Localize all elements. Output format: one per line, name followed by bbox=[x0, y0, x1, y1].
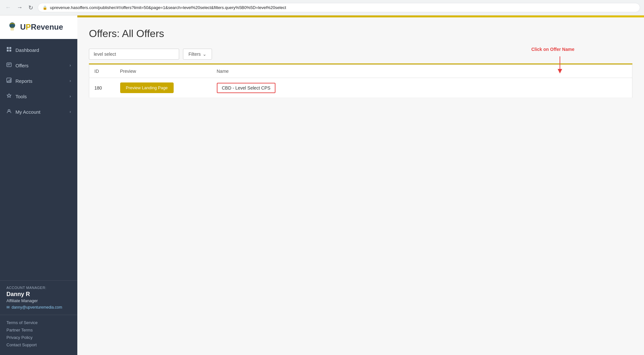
account-section: Account Manager: Danny R Affiliate Manag… bbox=[0, 280, 77, 315]
filters-button[interactable]: Filters ⌄ bbox=[183, 49, 212, 60]
col-header-preview: Preview bbox=[115, 65, 212, 78]
account-manager-label: Account Manager: bbox=[6, 286, 71, 290]
tools-icon bbox=[6, 93, 12, 100]
account-name: Danny R bbox=[6, 291, 71, 298]
svg-rect-8 bbox=[7, 65, 10, 65]
svg-rect-4 bbox=[7, 50, 9, 52]
offer-preview-cell: Preview Landing Page bbox=[115, 78, 212, 98]
logo-icon bbox=[6, 21, 18, 33]
search-input[interactable] bbox=[89, 49, 179, 60]
preview-landing-page-button[interactable]: Preview Landing Page bbox=[120, 82, 174, 93]
tos-link[interactable]: Terms of Service bbox=[6, 320, 71, 325]
filters-label: Filters bbox=[188, 52, 201, 57]
reports-icon bbox=[6, 78, 12, 84]
sidebar-item-dashboard[interactable]: Dashboard bbox=[0, 42, 77, 58]
contact-support-link[interactable]: Contact Support bbox=[6, 342, 71, 347]
tools-label: Tools bbox=[15, 94, 27, 99]
partner-terms-link[interactable]: Partner Terms bbox=[6, 328, 71, 332]
my-account-icon bbox=[6, 109, 12, 115]
sidebar-item-offers[interactable]: Offers › bbox=[0, 58, 77, 73]
offer-name-cell: CBD - Level Select CPS bbox=[212, 78, 632, 98]
forward-button[interactable]: → bbox=[15, 3, 24, 12]
page-title: Offers: All Offers bbox=[89, 28, 632, 40]
dashboard-label: Dashboard bbox=[15, 47, 39, 53]
svg-rect-7 bbox=[7, 64, 11, 64]
privacy-policy-link[interactable]: Privacy Policy bbox=[6, 335, 71, 340]
offers-icon bbox=[6, 62, 12, 69]
click-annotation: Click on Offer Name bbox=[531, 47, 574, 52]
table-body: 180 Preview Landing Page CBD - Level Sel… bbox=[89, 78, 632, 98]
svg-rect-2 bbox=[7, 47, 9, 49]
sidebar-item-reports[interactable]: Reports › bbox=[0, 73, 77, 89]
reports-chevron: › bbox=[70, 79, 71, 83]
account-role: Affiliate Manager bbox=[6, 298, 71, 303]
offer-name-link[interactable]: CBD - Level Select CPS bbox=[217, 83, 276, 93]
nav-section: Dashboard Offers › bbox=[0, 39, 77, 280]
svg-rect-10 bbox=[7, 81, 8, 82]
content-area: Offers: All Offers Filters ⌄ Click on Of… bbox=[77, 17, 644, 108]
offers-table: ID Preview Name 180 Preview Landing Page bbox=[89, 64, 632, 98]
account-email: ✉ danny@upventuremedia.com bbox=[6, 305, 71, 310]
svg-rect-11 bbox=[9, 80, 9, 82]
browser-chrome: ← → ↻ 🔒 uprevenue.hasoffers.com/publishe… bbox=[0, 0, 644, 15]
url-text: uprevenue.hasoffers.com/publisher/#!/off… bbox=[50, 5, 286, 10]
address-bar[interactable]: 🔒 uprevenue.hasoffers.com/publisher/#!/o… bbox=[38, 3, 640, 12]
tools-chevron: › bbox=[70, 94, 71, 99]
my-account-label: My Account bbox=[15, 109, 41, 115]
table-header: ID Preview Name bbox=[89, 65, 632, 78]
svg-rect-5 bbox=[9, 50, 11, 52]
logo-area: UPRevenue bbox=[0, 15, 77, 39]
back-button[interactable]: ← bbox=[4, 3, 12, 12]
offer-id: 180 bbox=[89, 78, 115, 98]
page-wrapper: UPRevenue Dashboard bbox=[0, 15, 644, 355]
col-header-name: Name bbox=[212, 65, 632, 78]
offers-label: Offers bbox=[15, 63, 29, 68]
annotation-container: Click on Offer Name ID Preview Name bbox=[89, 64, 632, 98]
reload-button[interactable]: ↻ bbox=[27, 3, 34, 13]
sidebar: UPRevenue Dashboard bbox=[0, 15, 77, 355]
email-icon: ✉ bbox=[6, 305, 10, 310]
svg-rect-12 bbox=[10, 79, 11, 82]
dashboard-icon bbox=[6, 47, 12, 53]
main-content: Offers: All Offers Filters ⌄ Click on Of… bbox=[77, 15, 644, 355]
table-row: 180 Preview Landing Page CBD - Level Sel… bbox=[89, 78, 632, 98]
sidebar-item-my-account[interactable]: My Account › bbox=[0, 104, 77, 120]
lock-icon: 🔒 bbox=[43, 5, 47, 10]
svg-rect-3 bbox=[9, 47, 11, 49]
filters-chevron-icon: ⌄ bbox=[203, 52, 207, 57]
logo-text: UPRevenue bbox=[20, 23, 63, 31]
reports-label: Reports bbox=[15, 78, 33, 84]
sidebar-item-tools[interactable]: Tools › bbox=[0, 89, 77, 104]
svg-rect-1 bbox=[11, 27, 14, 31]
my-account-chevron: › bbox=[70, 110, 71, 114]
offers-chevron: › bbox=[70, 63, 71, 68]
footer-links: Terms of Service Partner Terms Privacy P… bbox=[0, 315, 77, 355]
col-header-id: ID bbox=[89, 65, 115, 78]
